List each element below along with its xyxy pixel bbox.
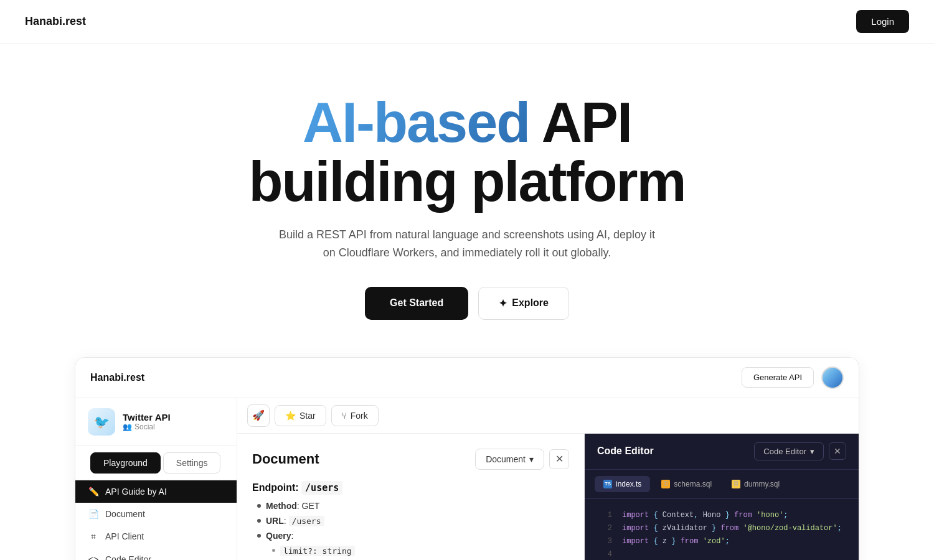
project-info: Twitter API 👥 Social [123, 412, 171, 431]
tab-dummy-sql-label: dummy.sql [744, 480, 780, 488]
demo-header: Hanabi.rest Generate API [75, 358, 859, 398]
code-body: 1 import { Context, Hono } from 'hono'; … [585, 499, 859, 560]
demo-tabs: Playground Settings [75, 446, 237, 480]
demo-card: Hanabi.rest Generate API 🐦 Twitter API 👥… [75, 357, 859, 560]
code-line-2: 2 import { zValidator } from '@hono/zod-… [585, 522, 859, 535]
explore-label: Explore [512, 297, 549, 309]
bullet-url [257, 519, 261, 523]
code-line-4: 4 [585, 548, 859, 560]
api-guide-icon: ✏️ [88, 487, 99, 497]
chevron-down-icon: ▾ [529, 454, 534, 464]
demo-header-right: Generate API [742, 366, 844, 389]
sidebar-item-code-editor[interactable]: <> Code Editor [75, 548, 237, 560]
tab-settings[interactable]: Settings [163, 452, 221, 474]
doc-sub-items: limit?: string [252, 546, 569, 556]
endpoint-section: Endpoint: /users Method: GET URL: /users [252, 482, 569, 556]
ts-icon: TS [603, 480, 612, 488]
code-dropdown[interactable]: Code Editor ▾ [754, 442, 824, 460]
code-chevron-icon: ▾ [810, 447, 814, 456]
demo-body: 🐦 Twitter API 👥 Social Playground Settin… [75, 398, 859, 560]
demo-brand: Hanabi.rest [90, 372, 144, 383]
code-tab-dummy-sql[interactable]: 🗄 dummy.sql [723, 476, 788, 492]
code-editor-header: Code Editor Code Editor ▾ ✕ [585, 434, 859, 470]
code-tab-index-ts[interactable]: TS index.ts [595, 476, 650, 492]
tabs-left: Playground Settings [90, 452, 220, 474]
bullet-method [257, 504, 261, 508]
star-icon: ⭐ [285, 411, 296, 421]
fork-icon: ⑂ [342, 411, 347, 421]
code-line-1: 1 import { Context, Hono } from 'hono'; [585, 509, 859, 522]
query-text: Query: [266, 531, 293, 541]
doc-item-method: Method: GET [252, 501, 569, 511]
demo-main: 🚀 ⭐ Star ⑂ Fork Document [237, 398, 859, 560]
code-close-button[interactable]: ✕ [829, 442, 846, 460]
star-button[interactable]: ⭐ Star [275, 405, 326, 426]
document-panel: Document Document ▾ ✕ Endp [237, 434, 585, 560]
doc-item-query: Query: [252, 531, 569, 541]
code-header-controls: Code Editor ▾ ✕ [754, 442, 846, 460]
login-button[interactable]: Login [856, 10, 909, 33]
doc-sub-item-limit: limit?: string [267, 546, 569, 556]
star-label: Star [300, 411, 316, 421]
code-line-3: 3 import { z } from 'zod'; [585, 535, 859, 548]
hero-title: AI-based API building platform [25, 93, 909, 211]
sidebar-item-document[interactable]: 📄 Document [75, 503, 237, 525]
explore-button[interactable]: ✦ Explore [478, 287, 569, 320]
category-icon: 👥 [123, 422, 132, 431]
demo-sidebar: 🐦 Twitter API 👥 Social Playground Settin… [75, 398, 237, 560]
hero-title-blue: AI-based [303, 91, 529, 154]
nav-logo: Hanabi.rest [25, 15, 86, 28]
tab-playground[interactable]: Playground [90, 452, 161, 474]
code-dropdown-label: Code Editor [763, 447, 806, 456]
sql-orange-icon: 🗄 [661, 480, 670, 488]
rocket-button[interactable]: 🚀 [247, 404, 270, 427]
code-editor-icon: <> [88, 554, 99, 560]
action-tabs-row: 🚀 ⭐ Star ⑂ Fork [237, 398, 859, 434]
code-editor-panel: Code Editor Code Editor ▾ ✕ [585, 434, 859, 560]
code-editor-nav-label: Code Editor [105, 554, 151, 560]
sidebar-project: 🐦 Twitter API 👥 Social [75, 398, 237, 446]
hero-section: AI-based API building platform Build a R… [0, 44, 934, 357]
navbar: Hanabi.rest Login [0, 0, 934, 44]
endpoint-text: Endpoint: [252, 482, 299, 493]
hero-title-line2: building platform [249, 151, 686, 213]
endpoint-path: /users [301, 481, 342, 495]
api-guide-label: API Guide by AI [105, 487, 167, 497]
generate-api-button[interactable]: Generate API [742, 367, 814, 388]
hero-title-api: API [529, 91, 631, 154]
category-label: Social [134, 422, 155, 431]
bullet-limit [272, 549, 275, 552]
code-editor-title: Code Editor [597, 446, 654, 457]
url-text: URL: /users [266, 516, 324, 526]
doc-dropdown-label: Document [486, 454, 526, 464]
sidebar-item-api-client[interactable]: ⌗ API Client [75, 525, 237, 548]
project-name: Twitter API [123, 412, 171, 422]
document-label: Document [105, 509, 145, 519]
sidebar-item-api-guide[interactable]: ✏️ API Guide by AI [75, 480, 237, 503]
get-started-button[interactable]: Get Started [365, 287, 468, 320]
sql-yellow-icon: 🗄 [732, 480, 740, 488]
api-client-label: API Client [105, 531, 144, 541]
method-text: Method: GET [266, 501, 319, 511]
doc-close-button[interactable]: ✕ [549, 449, 569, 469]
doc-dropdown[interactable]: Document ▾ [475, 449, 544, 470]
tab-index-ts-label: index.ts [616, 480, 641, 488]
avatar [821, 366, 844, 389]
demo-content-area: Document Document ▾ ✕ Endp [237, 434, 859, 560]
doc-title: Document [252, 451, 319, 467]
limit-text: limit?: string [280, 546, 355, 556]
doc-controls: Document ▾ ✕ [475, 449, 569, 470]
doc-item-url: URL: /users [252, 516, 569, 526]
tab-schema-sql-label: schema.sql [674, 480, 712, 488]
fork-button[interactable]: ⑂ Fork [331, 405, 379, 426]
demo-wrapper: Hanabi.rest Generate API 🐦 Twitter API 👥… [0, 357, 934, 560]
bullet-query [257, 534, 261, 538]
document-icon: 📄 [88, 509, 99, 519]
fork-label: Fork [351, 411, 368, 421]
hero-buttons: Get Started ✦ Explore [25, 287, 909, 320]
explore-icon: ✦ [499, 297, 507, 309]
endpoint-label: Endpoint: /users [252, 482, 569, 493]
code-tabs: TS index.ts 🗄 schema.sql 🗄 dummy.sql [585, 470, 859, 499]
code-tab-schema-sql[interactable]: 🗄 schema.sql [653, 476, 720, 492]
doc-header: Document Document ▾ ✕ [252, 449, 569, 470]
